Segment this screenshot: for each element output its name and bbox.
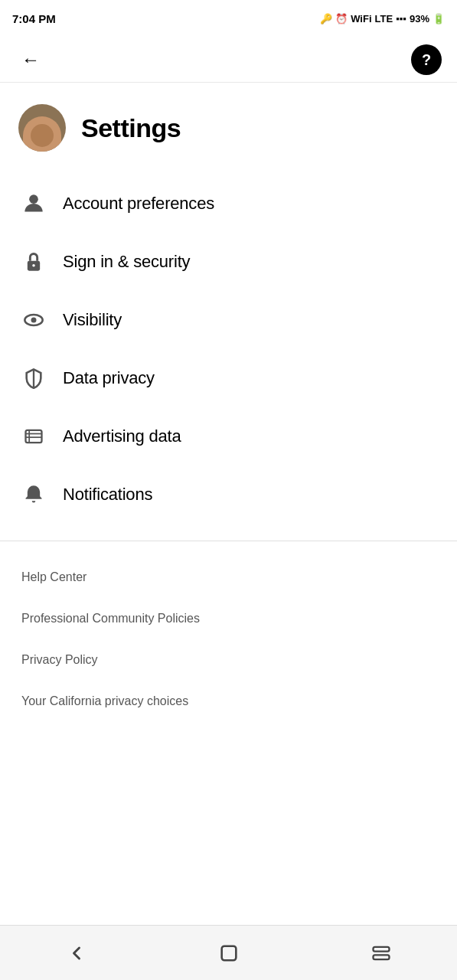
bell-icon	[21, 482, 46, 507]
menu-item-advertising-data[interactable]: Advertising data	[0, 407, 457, 466]
link-item-professional-community-policies[interactable]: Professional Community Policies	[0, 598, 457, 639]
avatar[interactable]	[18, 104, 66, 152]
svg-point-0	[29, 194, 38, 204]
status-icons: 🔑 ⏰ WiFi LTE ▪▪▪ 93% 🔋	[320, 13, 445, 24]
svg-rect-6	[26, 430, 42, 443]
svg-point-2	[32, 264, 35, 267]
home-nav-icon	[218, 942, 240, 964]
menu-item-account-preferences[interactable]: Account preferences	[0, 175, 457, 233]
status-bar: 7:04 PM 🔑 ⏰ WiFi LTE ▪▪▪ 93% 🔋	[0, 0, 457, 37]
avatar-image	[23, 116, 61, 152]
link-item-help-center[interactable]: Help Center	[0, 557, 457, 598]
eye-icon	[21, 308, 46, 332]
ad-icon	[21, 424, 46, 449]
recents-nav-button[interactable]	[358, 934, 404, 972]
bottom-navigation	[0, 925, 457, 980]
menu-item-sign-in-security[interactable]: Sign in & security	[0, 233, 457, 291]
menu-label-account-preferences: Account preferences	[63, 194, 214, 214]
menu-item-notifications[interactable]: Notifications	[0, 466, 457, 524]
status-time: 7:04 PM	[12, 12, 56, 25]
menu-label-sign-in-security: Sign in & security	[63, 252, 190, 272]
page-header: Settings	[0, 83, 457, 167]
svg-rect-10	[221, 946, 236, 960]
back-button[interactable]: ←	[15, 44, 46, 75]
menu-item-visibility[interactable]: Visibility	[0, 291, 457, 349]
page-content: Settings Account preferences Sig	[0, 83, 457, 789]
back-nav-icon	[66, 942, 87, 964]
link-label-privacy-policy: Privacy Policy	[21, 653, 98, 666]
link-label-help-center: Help Center	[21, 570, 87, 583]
menu-label-notifications: Notifications	[63, 485, 152, 505]
svg-rect-12	[373, 955, 389, 959]
back-nav-button[interactable]	[54, 934, 100, 972]
link-list: Help Center Professional Community Polic…	[0, 550, 457, 728]
battery-icon: 🔋	[433, 13, 445, 24]
link-label-california-privacy: Your California privacy choices	[21, 694, 188, 707]
home-nav-button[interactable]	[206, 934, 252, 972]
top-navigation: ← ?	[0, 37, 457, 83]
key-icon: 🔑	[320, 13, 332, 24]
menu-label-visibility: Visibility	[63, 310, 122, 330]
wifi-icon: WiFi	[351, 13, 371, 24]
person-icon	[21, 191, 46, 216]
link-item-privacy-policy[interactable]: Privacy Policy	[0, 639, 457, 681]
section-divider	[0, 541, 457, 541]
lock-icon	[21, 250, 46, 274]
shield-icon	[21, 366, 46, 390]
help-icon: ?	[422, 52, 431, 67]
link-label-professional-community-policies: Professional Community Policies	[21, 612, 200, 625]
back-arrow-icon: ←	[21, 49, 40, 70]
settings-menu: Account preferences Sign in & security	[0, 167, 457, 531]
alarm-icon: ⏰	[335, 13, 348, 24]
svg-rect-11	[373, 946, 389, 951]
battery-text: 93%	[410, 13, 429, 24]
lte-icon: LTE	[375, 13, 393, 24]
menu-label-advertising-data: Advertising data	[63, 426, 181, 446]
signal-icon: ▪▪▪	[396, 13, 406, 24]
recents-nav-icon	[370, 942, 392, 964]
help-button[interactable]: ?	[411, 44, 442, 75]
page-title: Settings	[81, 113, 181, 143]
menu-item-data-privacy[interactable]: Data privacy	[0, 349, 457, 407]
menu-label-data-privacy: Data privacy	[63, 368, 155, 388]
link-item-california-privacy[interactable]: Your California privacy choices	[0, 681, 457, 722]
svg-point-4	[31, 318, 37, 323]
